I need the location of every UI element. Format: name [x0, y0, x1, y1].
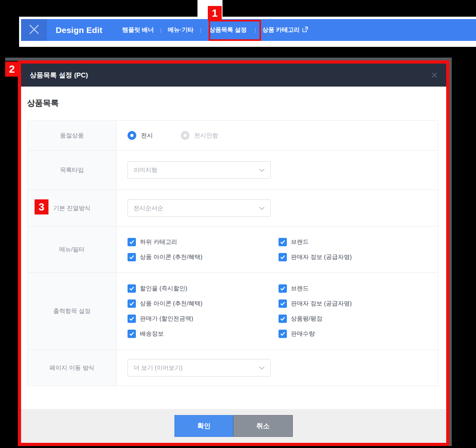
checkbox-checked-icon — [279, 330, 287, 338]
row-content: 이미지형 — [117, 151, 438, 189]
radio-label[interactable]: 전시안함 — [194, 132, 218, 139]
section-title: 상품목록 — [27, 98, 59, 108]
external-link-icon — [302, 27, 308, 33]
checkbox-checked-icon — [128, 253, 136, 261]
menu-filter-checkbox-grid: 하위 카테고리 브랜드 상품 아이콘 (추천/혜택) — [128, 238, 352, 261]
row-content: 전시순서순 — [117, 190, 438, 226]
chevron-down-icon — [259, 364, 265, 371]
modal-header: 상품목록 설정 (PC) × — [21, 64, 446, 87]
checkbox-brand[interactable]: 브랜드 — [279, 284, 352, 293]
modal-title: 상품목록 설정 (PC) — [30, 71, 88, 80]
row-default-sort: 기본 진열방식 전시순서순 — [27, 190, 438, 227]
list-type-select[interactable]: 이미지형 — [128, 161, 271, 179]
row-output-items: 출력항목 설정 할인율 (즉시할인) 브랜드 — [27, 273, 438, 350]
nav-separator: | — [197, 27, 204, 33]
nav-template-banner[interactable]: 템플릿 배너 — [119, 26, 157, 34]
row-menu-filter: 메뉴/필터 하위 카테고리 브랜드 — [27, 227, 438, 273]
checkbox-product-icon[interactable]: 상품 아이콘 (추천/혜택) — [128, 253, 279, 261]
row-content: 하위 카테고리 브랜드 상품 아이콘 (추천/혜택) — [117, 227, 438, 272]
row-label: 품절상품 — [27, 121, 117, 150]
radio-label[interactable]: 전시 — [141, 132, 153, 139]
dimmed-page-edge-right — [449, 58, 452, 446]
checkbox-checked-icon — [128, 315, 136, 323]
row-label: 메뉴/필터 — [27, 227, 117, 272]
topbar-close-button[interactable] — [21, 19, 47, 41]
annotation-badge-2: 2 — [5, 62, 19, 77]
checkbox-sale-price[interactable]: 판매가 (할인전금액) — [128, 315, 279, 323]
checkbox-seller-info[interactable]: 판매자 정보 (공급자명) — [279, 299, 352, 308]
modal-footer: 확인 취소 — [21, 409, 446, 443]
row-soldout-products: 품절상품 전시 전시안함 — [27, 121, 438, 151]
chevron-down-icon — [259, 205, 265, 212]
checkbox-checked-icon — [128, 299, 136, 308]
checkbox-discount-rate[interactable]: 할인율 (즉시할인) — [128, 284, 279, 293]
checkbox-checked-icon — [128, 284, 136, 293]
default-sort-select[interactable]: 전시순서순 — [128, 199, 271, 217]
confirm-button[interactable]: 확인 — [174, 415, 233, 437]
select-value: 전시순서순 — [134, 205, 163, 212]
checkbox-checked-icon — [128, 238, 136, 246]
select-value: 더 보기 (이어보기) — [134, 364, 182, 372]
modal-body: 상품목록 품절상품 전시 전시안함 — [21, 87, 446, 409]
annotation-highlight-box-1 — [209, 20, 261, 41]
checkbox-shipping-info[interactable]: 배송정보 — [128, 330, 279, 338]
radio-group-soldout: 전시 전시안함 — [128, 131, 218, 140]
checkbox-sub-category[interactable]: 하위 카테고리 — [128, 238, 279, 246]
checkbox-checked-icon — [279, 284, 287, 293]
screenshot-canvas: Design Edit 템플릿 배너 | 메뉴·기타 | 상품목록 설정 | 상… — [0, 0, 476, 448]
checkbox-review-rating[interactable]: 상품평/평점 — [279, 315, 352, 323]
output-items-checkbox-grid: 할인율 (즉시할인) 브랜드 상품 아이콘 (추천/혜택) — [128, 284, 352, 338]
checkbox-checked-icon — [279, 315, 287, 323]
row-content: 할인율 (즉시할인) 브랜드 상품 아이콘 (추천/혜택) — [117, 273, 438, 350]
close-x-icon — [27, 22, 41, 38]
nav-separator: | — [157, 27, 164, 33]
row-label: 목록타입 — [27, 151, 117, 189]
product-list-settings-modal: 상품목록 설정 (PC) × 상품목록 품절상품 전시 전시안함 — [18, 60, 449, 446]
row-page-navigation: 페이지 이동 방식 더 보기 (이어보기) — [27, 350, 438, 386]
checkbox-sales-quantity[interactable]: 판매수량 — [279, 330, 352, 338]
modal-close-icon[interactable]: × — [431, 70, 437, 80]
checkbox-checked-icon — [128, 330, 136, 338]
annotation-badge-1: 1 — [208, 6, 222, 21]
checkbox-checked-icon — [279, 238, 287, 246]
checkbox-checked-icon — [279, 299, 287, 308]
checkbox-product-icon[interactable]: 상품 아이콘 (추천/혜택) — [128, 299, 279, 308]
row-content: 더 보기 (이어보기) — [117, 350, 438, 386]
row-content: 전시 전시안함 — [117, 121, 438, 150]
checkbox-checked-icon — [279, 253, 287, 261]
row-label: 페이지 이동 방식 — [27, 350, 117, 386]
chevron-down-icon — [259, 166, 265, 174]
cancel-button[interactable]: 취소 — [233, 415, 293, 437]
row-list-type: 목록타입 이미지형 — [27, 151, 438, 190]
nav-product-category[interactable]: 상품 카테고리 — [259, 26, 311, 34]
settings-table: 품절상품 전시 전시안함 목록타입 — [27, 120, 438, 386]
row-label: 출력항목 설정 — [27, 273, 117, 350]
select-value: 이미지형 — [134, 166, 157, 174]
checkbox-seller-info[interactable]: 판매자 정보 (공급자명) — [279, 253, 352, 261]
annotation-badge-3: 3 — [35, 199, 48, 214]
nav-menu-etc[interactable]: 메뉴·기타 — [164, 26, 197, 34]
radio-no-display[interactable] — [181, 131, 190, 140]
radio-display-selected[interactable] — [128, 131, 136, 140]
checkbox-brand[interactable]: 브랜드 — [279, 238, 352, 246]
app-title: Design Edit — [56, 25, 103, 35]
page-navigation-select[interactable]: 더 보기 (이어보기) — [128, 359, 271, 377]
